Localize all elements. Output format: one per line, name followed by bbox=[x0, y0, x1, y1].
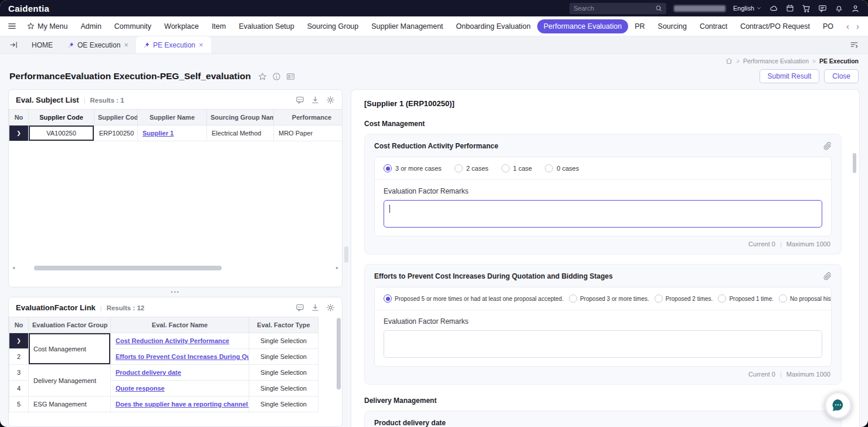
menu-item-contract-po-request[interactable]: Contract/PO Request bbox=[734, 19, 816, 33]
radio-option-proposed-2-times[interactable]: Proposed 2 times. bbox=[655, 294, 713, 303]
download-icon[interactable] bbox=[311, 96, 320, 104]
table-row[interactable]: ❯VA100250ERP100250Supplier 1Electrical M… bbox=[9, 126, 343, 141]
radio-selected-icon[interactable] bbox=[384, 164, 392, 172]
settings-gear-icon[interactable] bbox=[326, 303, 335, 312]
menu-scroll-right-icon[interactable]: › bbox=[855, 22, 861, 30]
comment-icon[interactable] bbox=[296, 303, 304, 312]
search-input[interactable] bbox=[574, 5, 652, 12]
row-select-cell[interactable]: ❯ bbox=[9, 333, 29, 349]
menu-item-contract[interactable]: Contract bbox=[693, 19, 734, 33]
calendar-icon[interactable] bbox=[786, 4, 794, 12]
table-row[interactable]: ❯Cost ManagementCost Reduction Activity … bbox=[9, 333, 318, 349]
menu-item-performance-evaluation[interactable]: Performance Evaluation bbox=[537, 19, 628, 33]
menu-item-supplier-management[interactable]: Supplier Management bbox=[365, 19, 449, 33]
scrollbar-thumb[interactable] bbox=[337, 318, 341, 389]
radio-unselected-icon[interactable] bbox=[569, 294, 577, 303]
scroll-left-arrow-icon[interactable]: ◂ bbox=[11, 265, 16, 270]
tab-home[interactable]: HOME bbox=[24, 36, 60, 53]
menu-item-community[interactable]: Community bbox=[108, 19, 158, 33]
bell-icon[interactable] bbox=[835, 4, 843, 13]
form-scrollbar[interactable] bbox=[853, 96, 856, 421]
menu-item-item[interactable]: Item bbox=[205, 19, 232, 33]
factor-name-link[interactable]: Cost Reduction Activity Performance bbox=[116, 337, 229, 344]
splitter-handle[interactable] bbox=[344, 246, 348, 263]
row-select-cell[interactable]: ❯ bbox=[9, 126, 29, 141]
hamburger-icon[interactable] bbox=[7, 21, 17, 31]
vertical-scrollbar[interactable] bbox=[337, 318, 341, 425]
tab-pe-execution[interactable]: PE Execution× bbox=[136, 36, 211, 53]
cloud-icon[interactable] bbox=[769, 4, 778, 13]
paperclip-icon[interactable] bbox=[823, 142, 832, 150]
chat-icon[interactable] bbox=[818, 4, 827, 13]
supplier-code-edit-field[interactable]: VA100250 bbox=[29, 126, 94, 141]
scroll-right-arrow-icon[interactable]: ▸ bbox=[334, 265, 340, 270]
settings-gear-icon[interactable] bbox=[326, 96, 335, 104]
home-icon[interactable] bbox=[725, 57, 733, 65]
radio-option-proposed-3-or-more-times[interactable]: Proposed 3 or more times. bbox=[569, 294, 649, 303]
contact-card-icon[interactable] bbox=[286, 72, 295, 81]
search-icon[interactable] bbox=[655, 5, 662, 12]
remarks-textarea[interactable] bbox=[384, 200, 822, 228]
radio-option-0-cases[interactable]: 0 cases bbox=[545, 164, 579, 172]
factor-name-link[interactable]: Does the supplier have a reporting chann… bbox=[116, 401, 249, 408]
factor-name-link[interactable]: Product delivery date bbox=[116, 369, 181, 376]
info-icon[interactable] bbox=[272, 72, 281, 81]
scrollbar-thumb[interactable] bbox=[34, 266, 222, 270]
breadcrumb-item-performance-evaluation[interactable]: Performance Evaluation bbox=[743, 57, 809, 65]
chat-fab-button[interactable] bbox=[825, 392, 852, 419]
comment-icon[interactable] bbox=[296, 96, 304, 104]
radio-unselected-icon[interactable] bbox=[455, 164, 463, 172]
tab-oe-execution[interactable]: OE Execution× bbox=[60, 36, 136, 53]
radio-option-proposed-5-or-more-times-or-had-at-least-one-proposal-accepted[interactable]: Proposed 5 or more times or had at least… bbox=[384, 294, 564, 303]
factor-name-link[interactable]: Quote response bbox=[116, 385, 165, 392]
radio-option-1-case[interactable]: 1 case bbox=[501, 164, 532, 172]
radio-unselected-icon[interactable] bbox=[545, 164, 553, 172]
remarks-textarea[interactable] bbox=[384, 330, 822, 358]
tab-list-icon[interactable] bbox=[846, 36, 862, 53]
paperclip-icon[interactable] bbox=[823, 272, 832, 280]
user-icon[interactable] bbox=[851, 4, 860, 13]
menu-scroll-left-icon[interactable]: ‹ bbox=[845, 22, 851, 30]
radio-option-2-cases[interactable]: 2 cases bbox=[455, 164, 489, 172]
tab-close-icon[interactable]: × bbox=[124, 41, 128, 49]
radio-option-proposed-1-time[interactable]: Proposed 1 time. bbox=[718, 294, 774, 303]
menu-item-sourcing[interactable]: Sourcing bbox=[652, 19, 693, 33]
horizontal-scrollbar[interactable]: ◂ ▸ bbox=[11, 264, 340, 272]
scrollbar-track[interactable] bbox=[16, 266, 334, 270]
table-row[interactable]: 3Delivery ManagementProduct delivery dat… bbox=[9, 365, 318, 381]
menu-item-sourcing-group[interactable]: Sourcing Group bbox=[301, 19, 365, 33]
radio-option-no-proposal-history[interactable]: No proposal history. bbox=[779, 294, 831, 303]
table-row[interactable]: 5ESG ManagementDoes the supplier have a … bbox=[9, 396, 318, 412]
menu-item-onboarding-evaluation[interactable]: Onboarding Evaluation bbox=[450, 19, 537, 33]
panel-resize-handle[interactable]: ••• bbox=[8, 287, 343, 297]
radio-unselected-icon[interactable] bbox=[718, 294, 726, 303]
close-button[interactable]: Close bbox=[824, 69, 859, 83]
tab-close-icon[interactable]: × bbox=[199, 41, 204, 49]
column-splitter[interactable] bbox=[343, 89, 351, 427]
menu-item-my-menu[interactable]: My Menu bbox=[21, 19, 74, 33]
menu-item-admin[interactable]: Admin bbox=[74, 19, 107, 33]
menu-item-workplace[interactable]: Workplace bbox=[158, 19, 205, 33]
menu-item-asn-gr[interactable]: ASN/GR bbox=[840, 19, 841, 33]
supplier-name-link[interactable]: Supplier 1 bbox=[143, 130, 174, 137]
scrollbar-thumb[interactable] bbox=[853, 153, 856, 173]
radio-unselected-icon[interactable] bbox=[779, 294, 787, 303]
global-search[interactable] bbox=[569, 3, 666, 14]
cart-icon[interactable] bbox=[802, 4, 811, 13]
menu-item-po[interactable]: PO bbox=[816, 19, 840, 33]
radio-unselected-icon[interactable] bbox=[655, 294, 663, 303]
submit-result-button[interactable]: Submit Result bbox=[760, 69, 820, 83]
menu-item-evaluation-setup[interactable]: Evaluation Setup bbox=[232, 19, 301, 33]
language-selector[interactable]: English bbox=[733, 5, 762, 12]
radio-unselected-icon[interactable] bbox=[501, 164, 510, 172]
radio-selected-icon[interactable] bbox=[384, 294, 392, 303]
user-info-redacted[interactable] bbox=[674, 5, 725, 12]
favorite-star-icon[interactable] bbox=[258, 72, 267, 81]
tab-expand-icon[interactable] bbox=[6, 36, 22, 53]
radio-option-3-or-more-cases[interactable]: 3 or more cases bbox=[384, 164, 442, 172]
card-title: Product delivery date bbox=[374, 419, 446, 427]
breadcrumb-item-pe-execution[interactable]: PE Execution bbox=[819, 57, 859, 65]
menu-item-pr[interactable]: PR bbox=[628, 19, 651, 33]
download-icon[interactable] bbox=[311, 303, 320, 312]
factor-name-link[interactable]: Efforts to Prevent Cost Increases During… bbox=[116, 353, 249, 360]
